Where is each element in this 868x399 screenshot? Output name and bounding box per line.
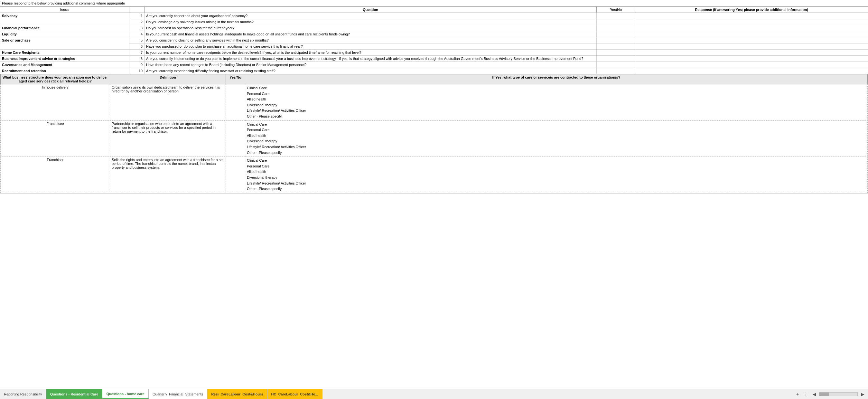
question-text: Are you currently implementing or do you… [145,56,597,62]
service-type-item: Other - Please specify. [247,114,866,119]
issue-cell: Business improvement advice or strategie… [0,56,129,62]
service-type-item: Lifestyle/ Recreation/ Activities Office… [247,181,866,187]
yesno-cell[interactable] [597,56,635,62]
service-type-item: Clinical Care [247,158,866,164]
question-number: 4 [129,31,145,37]
inner-yesno-cell[interactable] [226,157,245,193]
service-type-cell: Clinical CarePersonal CareAllied healthD… [245,120,868,157]
issue-cell: Financial performance [0,25,129,31]
definition-cell: Sells the rights and enters into an agre… [110,157,226,193]
yesno-cell[interactable] [597,62,635,68]
issue-cell: Solvency [0,13,129,25]
definition-cell: Partnership or organisation who enters i… [110,120,226,157]
col-header-response: Response (If answering Yes; please provi… [635,7,868,13]
header-instruction: Please respond to the below providing ad… [0,0,868,6]
question-text: Are you currently concerned about your o… [145,13,597,19]
question-text: Have you purchased or do you plan to pur… [145,44,597,50]
table-row: Home Care Recipients7Is your current num… [0,50,868,56]
service-type-item: Personal Care [247,164,866,169]
question-number: 8 [129,56,145,62]
issue-cell: Sale or purchase [0,37,129,50]
question-text: Are you considering closing or selling a… [145,37,597,44]
table-row: Recruitment and retention10Are you curre… [0,68,868,74]
table-row: Financial performance3Do you forecast an… [0,25,868,31]
inner-data-row: In house deliveryOrganisation using its … [1,84,868,121]
definition-cell: Organisation using its own dedicated tea… [110,84,226,121]
yesno-cell[interactable] [597,19,635,25]
response-cell[interactable] [635,13,868,19]
issue-cell: Recruitment and retention [0,68,129,74]
service-type-item: Other - Please specify. [247,150,866,156]
inner-data-row: FranchisorSells the rights and enters in… [1,157,868,193]
service-type-item: Clinical Care [247,85,866,91]
yesno-cell[interactable] [597,37,635,44]
service-type-item: Allied health [247,96,866,103]
table-row: Business improvement advice or strategie… [0,56,868,62]
question-number: 6 [129,44,145,50]
inner-col-definition-header: Definition [110,75,226,84]
yesno-cell[interactable] [597,25,635,31]
yesno-cell[interactable] [597,13,635,19]
response-cell[interactable] [635,50,868,56]
yesno-cell[interactable] [597,44,635,50]
response-cell[interactable] [635,37,868,44]
question-text: Have there been any recent changes to Bo… [145,62,597,68]
table-row: Solvency1Are you currently concerned abo… [0,13,868,19]
inner-col-type-header: If Yes, what type of care or service/s a… [245,75,868,84]
question-text: Are you currently experiencing difficult… [145,68,597,74]
issue-cell: Liquidity [0,31,129,37]
inner-col-structure-header: What business structure does your organi… [1,75,110,84]
service-type-item: Personal Care [247,127,866,133]
service-type-item: Clinical Care [247,122,866,127]
business-structure-table: What business structure does your organi… [0,74,868,193]
response-cell[interactable] [635,25,868,31]
col-header-issue: Issue [0,7,129,13]
table-row: 2Do you envisage any solvency issues ari… [0,19,868,25]
issue-cell: Home Care Recipients [0,50,129,56]
service-type-item: Personal Care [247,91,866,97]
question-number: 10 [129,68,145,74]
inner-col-yesno-header: Yes/No [226,75,245,84]
question-text: Is your current number of home care rece… [145,50,597,56]
inner-yesno-cell[interactable] [226,84,245,121]
service-type-item: Other - Please specify. [247,186,866,192]
question-number: 7 [129,50,145,56]
question-text: Do you forecast an operational loss for … [145,25,597,31]
table-row: Governance and Management9Have there bee… [0,62,868,68]
response-cell[interactable] [635,68,868,74]
response-cell[interactable] [635,62,868,68]
inner-header-row: What business structure does your organi… [1,75,868,84]
response-cell[interactable] [635,31,868,37]
yesno-cell[interactable] [597,31,635,37]
response-cell[interactable] [635,44,868,50]
service-type-item: Diversional therapy [247,139,866,144]
inner-yesno-cell[interactable] [226,120,245,157]
table-row: Sale or purchase5Are you considering clo… [0,37,868,44]
table-row: 6Have you purchased or do you plan to pu… [0,44,868,50]
col-header-yesno: Yes/No [597,7,635,13]
question-number: 5 [129,37,145,44]
structure-cell: Franchisee [1,120,110,157]
main-content[interactable]: Please respond to the below providing ad… [0,0,868,389]
structure-cell: In house delivery [1,84,110,121]
col-header-num [129,7,145,13]
question-number: 1 [129,13,145,19]
service-type-item: Allied health [247,133,866,139]
table-row: Liquidity4Is your current cash and finan… [0,31,868,37]
response-cell[interactable] [635,19,868,25]
service-type-item: Allied health [247,169,866,175]
yesno-cell[interactable] [597,50,635,56]
question-number: 3 [129,25,145,31]
question-number: 9 [129,62,145,68]
question-text: Do you envisage any solvency issues aris… [145,19,597,25]
service-type-item: Diversional therapy [247,103,866,108]
response-cell[interactable] [635,56,868,62]
question-number: 2 [129,19,145,25]
inner-table-row: What business structure does your organi… [0,74,868,194]
main-table: Issue Question Yes/No Response (If answe… [0,6,868,194]
service-type-cell: Clinical CarePersonal CareAllied healthD… [245,84,868,121]
service-type-item: Lifestyle/ Recreation/ Activities Office… [247,108,866,114]
service-type-item: Diversional therapy [247,175,866,181]
inner-table-container: What business structure does your organi… [0,74,868,194]
yesno-cell[interactable] [597,68,635,74]
